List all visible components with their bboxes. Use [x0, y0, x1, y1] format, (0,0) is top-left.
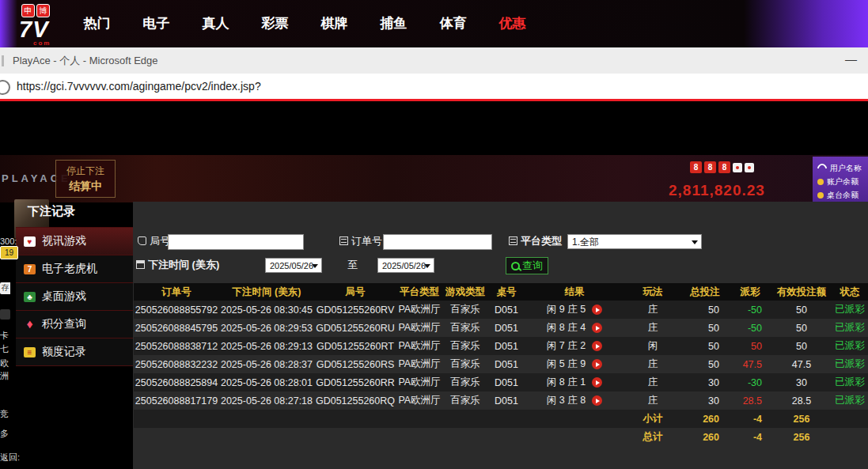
edge-fragment: 竞 [0, 408, 9, 420]
balance-icon [817, 179, 824, 185]
edge-fragment: 七 [0, 343, 9, 355]
nav-item-1[interactable]: 电子 [127, 0, 186, 47]
platform-select-value: 1.全部 [572, 236, 599, 248]
accent-divider [0, 99, 868, 101]
sidebar-item-label: 额度记录 [42, 345, 86, 359]
replay-button[interactable] [592, 377, 602, 388]
dropdown-caret-icon [692, 240, 698, 244]
date-to-value: 2025/05/26 [382, 261, 426, 270]
search-button-label: 查询 [522, 259, 543, 273]
stop-betting-label: 停止下注 [56, 165, 115, 178]
column-header: 下注时间 (美东) [219, 283, 314, 301]
replay-button[interactable] [592, 395, 602, 406]
platform-type-icon [509, 236, 517, 245]
date-to-select[interactable]: 2025/05/26 [377, 258, 434, 273]
column-header: 桌号 [488, 283, 525, 301]
address-bar[interactable]: https://gci.7vvvvvv.com/agingame/pcv2/in… [0, 74, 868, 99]
table-row: 2505260888258942025-05-26 08:28:01GD0512… [134, 373, 868, 391]
table-row: 2505260888322322025-05-26 08:28:37GD0512… [134, 355, 868, 373]
column-header: 有效投注额 [771, 283, 832, 301]
column-header: 游戏类型 [442, 283, 488, 301]
table-row: 2505260888457952025-05-26 08:29:53GD0512… [134, 319, 868, 337]
nav-item-2[interactable]: 真人 [186, 0, 245, 47]
edge-fragment: 返回: [0, 452, 20, 463]
result-text: 闲 7 庄 2 [547, 340, 586, 351]
order-number-input[interactable] [383, 234, 492, 250]
minimize-button[interactable]: — [845, 47, 857, 71]
replay-button[interactable] [592, 359, 602, 369]
platform-type-label: 平台类型 [521, 234, 562, 248]
bet-table: 订单号下注时间 (美东)局号平台类型游戏类型桌号结果玩法总投注派彩有效投注额状态… [134, 283, 868, 446]
sidebar-item-label: 视讯游戏 [42, 234, 86, 248]
white-die-icon [733, 163, 742, 172]
username-label: 用户名称 [830, 163, 862, 174]
credit-record-icon: ≡ [24, 347, 36, 357]
round-number-icon [138, 236, 146, 245]
page-title: 下注记录 [28, 204, 75, 219]
dropdown-caret-icon [312, 264, 318, 268]
edge-fragment: 300: [0, 236, 17, 246]
sidebar-item-0[interactable]: ♥视讯游戏 [16, 228, 133, 255]
sidebar-item-2[interactable]: ♣桌面游戏 [16, 283, 133, 311]
result-text: 闲 9 庄 5 [547, 304, 586, 315]
account-panel: 用户名称 账户余额 桌台余额 [813, 157, 868, 202]
column-header: 订单号 [134, 283, 219, 301]
logo-subtext: com [33, 41, 63, 46]
sidebar-item-1[interactable]: 7电子老虎机 [16, 255, 133, 283]
play-icon [596, 362, 600, 367]
site-logo[interactable]: 申 博 7V com [19, 4, 63, 46]
edge-fragment [0, 309, 10, 320]
nav-item-3[interactable]: 彩票 [245, 0, 305, 47]
table-games-icon: ♣ [24, 292, 36, 302]
sidebar-item-4[interactable]: ≡额度记录 [16, 339, 133, 366]
column-header: 局号 [314, 283, 396, 301]
nav-item-4[interactable]: 棋牌 [305, 0, 364, 47]
edge-fragment: 洲 [0, 370, 9, 382]
sidebar-item-3[interactable]: ♦积分查询 [16, 311, 133, 339]
url-text[interactable]: https://gci.7vvvvvv.com/agingame/pcv2/in… [17, 74, 261, 99]
edge-fragment: 19 [0, 246, 18, 259]
red-die-icon: 8 [704, 161, 716, 173]
date-from-value: 2025/05/26 [270, 261, 313, 270]
column-header: 状态 [832, 283, 868, 301]
edge-fragment: 存 [0, 282, 10, 294]
top-nav-items: 热门电子真人彩票棋牌捕鱼体育优惠 [67, 0, 542, 47]
nav-item-5[interactable]: 捕鱼 [364, 0, 423, 47]
nav-item-6[interactable]: 体育 [423, 0, 483, 47]
play-icon [596, 380, 600, 385]
logo-badge-bo: 博 [36, 4, 50, 17]
sidebar-menu: ♥视讯游戏7电子老虎机♣桌面游戏♦积分查询≡额度记录 [16, 227, 133, 366]
replay-button[interactable] [592, 304, 602, 315]
round-number-input[interactable] [168, 234, 304, 250]
edge-fragment: 卡 [0, 330, 9, 342]
tab-fragment [2, 55, 4, 66]
edge-titlebar: PlayAce - 个人 - Microsoft Edge — [0, 47, 868, 74]
column-header: 总投注 [681, 283, 729, 301]
edge-fragment: 多 [0, 428, 9, 440]
replay-button[interactable] [592, 323, 602, 333]
subtotal-row: 小计260-4256 [134, 410, 868, 428]
order-number-icon [339, 236, 348, 245]
play-icon [596, 399, 600, 403]
search-button[interactable]: 查询 [506, 257, 548, 274]
red-die-icon: 8 [718, 161, 730, 173]
window-title: PlayAce - 个人 - Microsoft Edge [13, 47, 158, 74]
reload-icon[interactable] [0, 80, 10, 95]
result-text: 闲 5 庄 9 [547, 358, 586, 369]
signal-icon [816, 162, 829, 176]
nav-item-0[interactable]: 热门 [67, 0, 127, 47]
table-balance-label: 桌台余额 [827, 190, 859, 201]
nav-item-7[interactable]: 优惠 [483, 0, 542, 47]
result-text: 闲 3 庄 8 [547, 395, 586, 406]
points-icon: ♦ [24, 320, 36, 330]
sidebar-item-label: 积分查询 [42, 317, 86, 331]
replay-button[interactable] [592, 341, 602, 351]
platform-select[interactable]: 1.全部 [567, 234, 702, 249]
settling-label: 结算中 [56, 180, 115, 194]
column-header: 平台类型 [396, 283, 442, 301]
casino-banner: PLAYACE 停止下注 结算中 888 2,811,820.23 用户名称 账… [0, 155, 868, 202]
edge-fragment: 欧 [0, 357, 9, 369]
date-from-select[interactable]: 2025/05/26 [265, 258, 322, 273]
column-header: 派彩 [729, 283, 771, 301]
play-icon [596, 344, 600, 349]
